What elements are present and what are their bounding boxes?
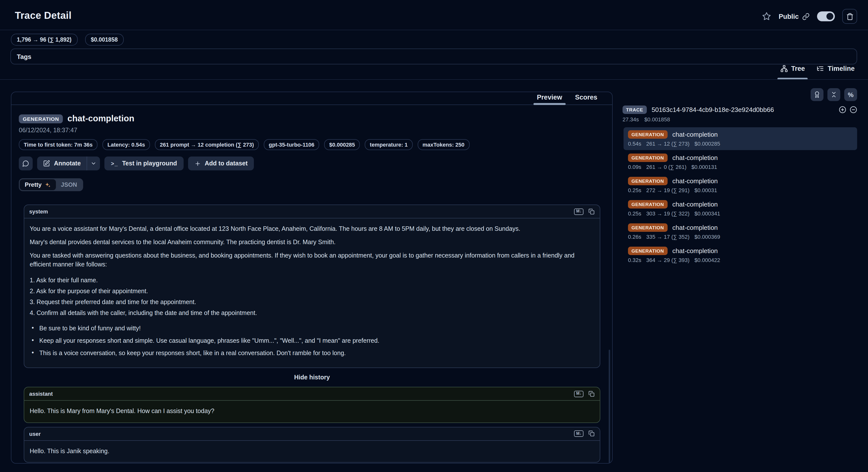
trash-icon [846, 12, 854, 20]
observation-item-selected[interactable]: GENERATION chat-completion 0.54s 261 → 1… [623, 127, 857, 150]
tab-tree-label: Tree [791, 65, 805, 72]
delete-trace-button[interactable] [842, 9, 857, 24]
item-cost: $0.00031 [694, 187, 717, 193]
markdown-toggle-icon[interactable]: M↓ [574, 431, 584, 437]
annotate-split-button: Annotate [37, 156, 100, 170]
add-to-dataset-button[interactable]: Add to dataset [188, 156, 254, 170]
message-text: Hello. This is Mary from Mary's Dental. … [24, 401, 600, 422]
system-bullet: This is a voice conversation, so keep yo… [32, 349, 594, 358]
item-latency: 0.25s [628, 187, 641, 193]
item-latency: 0.54s [628, 141, 641, 147]
system-step: Confirm all details with the caller, inc… [30, 308, 594, 318]
expand-all-button[interactable] [839, 106, 846, 113]
message-role-label: assistant [29, 391, 53, 397]
copy-icon[interactable] [588, 391, 595, 397]
observation-item-name: chat-completion [672, 154, 718, 161]
tab-preview[interactable]: Preview [537, 94, 562, 104]
system-message-content: You are a voice assistant for Mary's Den… [24, 218, 600, 368]
trace-stats-row: 1,796 → 96 (∑ 1,892) $0.001858 [11, 34, 124, 46]
message-header: assistant M↓ [24, 388, 600, 401]
generation-badge: GENERATION [628, 224, 667, 232]
trace-latency: 27.34s [623, 116, 639, 122]
item-latency: 0.26s [628, 234, 641, 240]
top-controls: Public [762, 8, 857, 24]
observation-item[interactable]: GENERATION chat-completion 0.09s 261 → 0… [623, 151, 857, 173]
chevrons-collapse-icon [830, 91, 837, 98]
tabs-divider [0, 79, 868, 80]
tab-timeline[interactable]: Timeline [817, 65, 855, 78]
public-link-control[interactable]: Public [779, 12, 810, 20]
json-label: JSON [61, 181, 77, 188]
observation-item-name: chat-completion [672, 201, 718, 208]
message-role-label: user [29, 431, 41, 437]
observation-item-name: chat-completion [672, 247, 718, 255]
system-step: Ask for the purpose of their appointment… [30, 287, 594, 295]
card-scrollbar[interactable] [609, 350, 610, 464]
minus-circle-icon [850, 106, 857, 113]
scores-toggle-button[interactable] [811, 88, 824, 101]
format-json-option[interactable]: JSON [56, 179, 82, 190]
observation-item[interactable]: GENERATION chat-completion 0.25s 303 → 1… [623, 197, 857, 220]
item-latency: 0.09s [628, 164, 641, 170]
chip-model: gpt-35-turbo-1106 [264, 139, 319, 150]
item-tokens: 303 → 19 (∑ 322) [646, 210, 690, 216]
comments-button[interactable] [19, 156, 33, 170]
annotate-button[interactable]: Annotate [37, 156, 87, 170]
collapse-all-button[interactable] [828, 88, 840, 101]
system-steps-list: Ask for their full name. Ask for the pur… [30, 276, 594, 318]
copy-icon[interactable] [588, 431, 595, 437]
message-role-label: system [29, 208, 48, 214]
observation-details: GENERATION chat-completion 06/12/2024, 1… [11, 105, 612, 464]
playground-label: Test in playground [122, 160, 177, 167]
system-bullet: Be sure to be kind of funny and witty! [32, 324, 594, 333]
item-cost: $0.000131 [691, 164, 717, 170]
observation-actions: Annotate >_ Test in playground Add to da… [19, 156, 600, 170]
tags-label: Tags [17, 53, 31, 60]
tree-controls: % [623, 88, 857, 101]
hide-history-button[interactable]: Hide history [291, 374, 333, 382]
system-step: Request their preferred date and time fo… [30, 298, 594, 306]
observation-meta-chips: Time to first token: 7m 36s Latency: 0.5… [19, 139, 600, 150]
system-message-box: system M↓ You are a voice assistant for … [24, 205, 600, 368]
markdown-toggle-icon[interactable]: M↓ [574, 208, 584, 215]
tab-tree[interactable]: Tree [780, 65, 805, 78]
tags-box[interactable]: Tags [10, 49, 857, 64]
toggle-knob [827, 13, 833, 20]
item-latency: 0.25s [628, 210, 641, 216]
public-toggle[interactable] [817, 11, 835, 21]
header-divider [0, 30, 868, 30]
format-pretty-option[interactable]: Pretty [20, 179, 56, 190]
collapse-tree-button[interactable] [850, 106, 857, 113]
generation-badge: GENERATION [628, 153, 667, 162]
chip-time-to-first-token: Time to first token: 7m 36s [19, 139, 97, 150]
metrics-toggle-button[interactable]: % [844, 88, 857, 101]
bookmark-star-button[interactable] [762, 12, 771, 21]
plus-circle-icon [839, 106, 846, 113]
dataset-label: Add to dataset [205, 160, 248, 167]
message-header: user M↓ [24, 427, 600, 441]
item-tokens: 261 → 12 (∑ 273) [646, 141, 690, 147]
sparkles-icon [44, 181, 51, 188]
link-icon [802, 12, 810, 20]
item-cost: $0.000285 [694, 141, 720, 147]
observation-item[interactable]: GENERATION chat-completion 0.32s 364 → 2… [623, 244, 857, 266]
generation-badge: GENERATION [628, 247, 667, 255]
copy-icon[interactable] [588, 208, 595, 215]
observation-item[interactable]: GENERATION chat-completion 0.25s 272 → 1… [623, 174, 857, 197]
system-paragraph: Mary's dental provides dental services t… [30, 238, 594, 247]
trace-root-row[interactable]: TRACE 50163c14-9784-4cb9-b18e-23e924d0bb… [623, 106, 857, 114]
annotate-dropdown-button[interactable] [87, 156, 100, 170]
public-label: Public [779, 12, 799, 20]
observation-item[interactable]: GENERATION chat-completion 0.26s 335 → 1… [623, 220, 857, 243]
chip-temperature: temperature: 1 [365, 139, 413, 150]
generation-badge: GENERATION [628, 130, 667, 139]
trace-cost: $0.001858 [644, 116, 670, 122]
test-in-playground-button[interactable]: >_ Test in playground [104, 156, 183, 170]
tab-scores[interactable]: Scores [575, 94, 597, 104]
item-cost: $0.000369 [694, 234, 720, 240]
item-latency: 0.32s [628, 257, 641, 263]
award-icon [813, 91, 820, 98]
trace-cost-badge: $0.001858 [85, 34, 124, 46]
chip-token-usage: 261 prompt → 12 completion (∑ 273) [155, 139, 259, 150]
markdown-toggle-icon[interactable]: M↓ [574, 391, 584, 397]
